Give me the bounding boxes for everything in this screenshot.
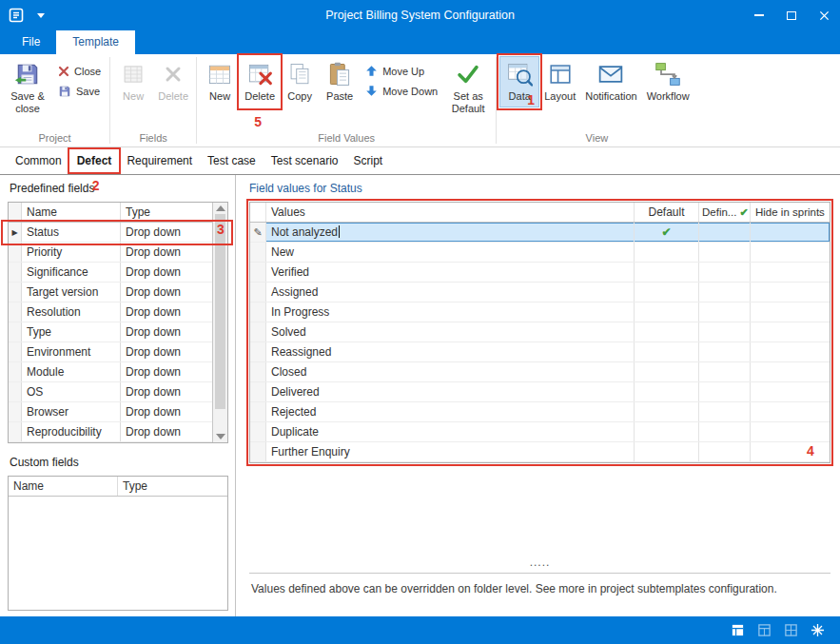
- hide-in-sprints-cell[interactable]: [751, 243, 830, 262]
- hide-in-sprints-cell[interactable]: [751, 263, 830, 282]
- value-cell[interactable]: Assigned: [266, 283, 635, 302]
- ribbon-tab-template[interactable]: Template: [56, 30, 135, 54]
- predefined-field-row[interactable]: Target versionDrop down: [9, 283, 227, 302]
- default-cell[interactable]: [635, 243, 699, 262]
- field-value-row[interactable]: ✎Not analyzed✔: [250, 223, 830, 243]
- value-cell[interactable]: Further Enquiry: [266, 442, 635, 461]
- hide-in-sprints-cell[interactable]: [751, 302, 830, 322]
- column-header-hide-in-sprints[interactable]: Hide in sprints: [751, 203, 830, 222]
- field-type-cell[interactable]: Drop down: [121, 322, 211, 342]
- close-button[interactable]: Close: [52, 61, 107, 81]
- fields-delete-button[interactable]: Delete: [153, 56, 193, 107]
- value-cell[interactable]: Solved: [266, 322, 635, 342]
- field-name-cell[interactable]: Status: [22, 223, 121, 242]
- field-type-cell[interactable]: Drop down: [121, 402, 211, 421]
- field-type-cell[interactable]: Drop down: [121, 302, 211, 322]
- view-notification-button[interactable]: Notification: [580, 56, 641, 107]
- predefined-field-row[interactable]: ModuleDrop down: [9, 362, 227, 382]
- move-down-button[interactable]: Move Down: [360, 81, 443, 101]
- field-name-cell[interactable]: Browser: [22, 402, 121, 421]
- field-type-cell[interactable]: Drop down: [121, 283, 211, 302]
- column-header-defined[interactable]: Defin... ✔: [699, 203, 751, 222]
- value-cell[interactable]: Reassigned: [266, 342, 635, 361]
- default-cell[interactable]: [635, 263, 699, 282]
- field-name-cell[interactable]: Target version: [22, 283, 121, 302]
- default-check-icon[interactable]: ✔: [635, 223, 699, 242]
- field-value-row[interactable]: New: [250, 243, 830, 263]
- defined-cell[interactable]: [699, 382, 751, 401]
- field-name-cell[interactable]: Reproducibility: [22, 422, 121, 441]
- fieldvalues-delete-button[interactable]: Delete: [240, 56, 280, 107]
- scroll-down-icon[interactable]: [216, 434, 225, 439]
- view-data-button[interactable]: Data: [499, 56, 539, 107]
- field-value-row[interactable]: Reassigned: [250, 342, 830, 362]
- predefined-field-row[interactable]: SignificanceDrop down: [9, 263, 227, 283]
- tab-script[interactable]: Script: [345, 149, 390, 172]
- window-close-button[interactable]: [808, 0, 840, 30]
- field-name-cell[interactable]: Module: [22, 362, 121, 381]
- field-type-cell[interactable]: Drop down: [121, 362, 211, 381]
- view-layout-button[interactable]: Layout: [539, 56, 580, 107]
- hide-in-sprints-cell[interactable]: [751, 223, 830, 242]
- field-type-cell[interactable]: Drop down: [121, 263, 211, 282]
- field-type-cell[interactable]: Drop down: [121, 382, 211, 401]
- field-name-cell[interactable]: Priority: [22, 243, 121, 262]
- defined-cell[interactable]: [699, 362, 751, 381]
- hide-in-sprints-cell[interactable]: [751, 402, 830, 421]
- copy-button[interactable]: Copy: [280, 56, 320, 107]
- default-cell[interactable]: [635, 402, 699, 421]
- window-minimize-button[interactable]: [743, 0, 775, 30]
- field-type-cell[interactable]: Drop down: [121, 342, 211, 361]
- column-header-name[interactable]: Name: [22, 203, 121, 222]
- value-cell[interactable]: Not analyzed: [266, 223, 635, 242]
- tab-requirement[interactable]: Requirement: [119, 149, 200, 172]
- field-name-cell[interactable]: Type: [22, 322, 121, 342]
- splitter-handle[interactable]: .....: [249, 556, 830, 569]
- hide-in-sprints-cell[interactable]: [751, 362, 830, 381]
- default-cell[interactable]: [635, 382, 699, 401]
- defined-cell[interactable]: [699, 243, 751, 262]
- field-name-cell[interactable]: Significance: [22, 263, 121, 282]
- quick-access-chevron-icon[interactable]: [37, 13, 45, 18]
- predefined-field-row[interactable]: EnvironmentDrop down: [9, 342, 227, 362]
- column-header-values[interactable]: Values: [266, 203, 635, 222]
- defined-cell[interactable]: [699, 302, 751, 322]
- field-value-row[interactable]: Closed: [250, 362, 830, 382]
- fieldvalues-new-button[interactable]: New: [200, 56, 240, 107]
- field-value-row[interactable]: Solved: [250, 322, 830, 342]
- column-header-type[interactable]: Type: [121, 203, 211, 222]
- field-type-cell[interactable]: Drop down: [121, 243, 211, 262]
- defined-cell[interactable]: [699, 263, 751, 282]
- save-and-close-button[interactable]: Save & close: [3, 56, 52, 120]
- tab-testcase[interactable]: Test case: [200, 149, 264, 172]
- ribbon-tab-file[interactable]: File: [6, 30, 56, 54]
- predefined-field-row[interactable]: ResolutionDrop down: [9, 302, 227, 322]
- value-cell[interactable]: In Progress: [266, 302, 635, 322]
- field-name-cell[interactable]: OS: [22, 382, 121, 401]
- tab-defect[interactable]: Defect: [69, 149, 120, 172]
- fields-new-button[interactable]: New: [113, 56, 153, 107]
- predefined-row-status[interactable]: ▶StatusDrop down: [9, 223, 227, 243]
- custom-table-empty-body[interactable]: [9, 497, 227, 610]
- status-cards-icon[interactable]: [784, 623, 798, 637]
- defined-cell[interactable]: [699, 402, 751, 421]
- value-cell[interactable]: Rejected: [266, 402, 635, 421]
- hide-in-sprints-cell[interactable]: [751, 342, 830, 361]
- field-value-row[interactable]: In Progress: [250, 302, 830, 322]
- status-panel-icon[interactable]: [731, 623, 745, 637]
- move-up-button[interactable]: Move Up: [360, 61, 443, 81]
- save-button[interactable]: Save: [52, 81, 107, 101]
- field-type-cell[interactable]: Drop down: [121, 422, 211, 441]
- predefined-field-row[interactable]: TypeDrop down: [9, 322, 227, 342]
- view-workflow-button[interactable]: Workflow: [642, 56, 694, 107]
- value-cell[interactable]: New: [266, 243, 635, 262]
- field-value-row[interactable]: Verified: [250, 263, 830, 283]
- default-cell[interactable]: [635, 342, 699, 361]
- field-name-cell[interactable]: Resolution: [22, 302, 121, 322]
- defined-cell[interactable]: [699, 442, 751, 461]
- custom-column-header-name[interactable]: Name: [9, 477, 118, 496]
- scrollbar-thumb[interactable]: [215, 214, 225, 409]
- default-cell[interactable]: [635, 442, 699, 461]
- defined-cell[interactable]: [699, 322, 751, 342]
- predefined-field-row[interactable]: BrowserDrop down: [9, 402, 227, 422]
